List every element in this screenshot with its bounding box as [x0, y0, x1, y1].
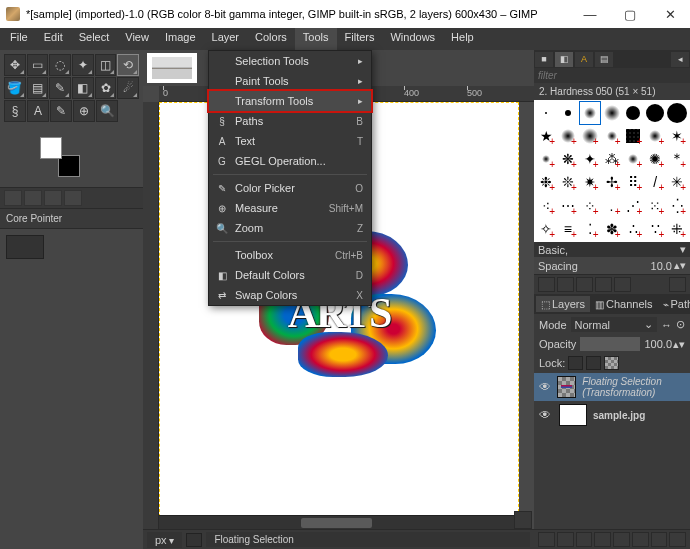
tool-free-select[interactable]: ◌: [49, 54, 71, 76]
brush-item[interactable]: ⠿+: [623, 171, 643, 193]
minimize-button[interactable]: —: [570, 0, 610, 28]
document-tab[interactable]: [147, 53, 197, 83]
lock-pixels-icon[interactable]: [568, 356, 583, 370]
tab-menu-icon[interactable]: ◂: [671, 52, 689, 67]
brush-item[interactable]: .+: [602, 195, 622, 217]
menu-windows[interactable]: Windows: [382, 28, 443, 50]
menu-gegl[interactable]: GGEGL Operation...: [209, 151, 371, 171]
brush-item[interactable]: ⁂+: [602, 148, 622, 170]
tab-channels[interactable]: ▥Channels: [590, 296, 657, 312]
device-status-tab[interactable]: [24, 190, 42, 206]
tool-eraser[interactable]: ◧: [72, 77, 94, 99]
brush-item[interactable]: +: [623, 148, 643, 170]
brush-item[interactable]: ✳+: [667, 171, 687, 193]
tool-measure[interactable]: ⊕: [73, 100, 95, 122]
brush-item[interactable]: [602, 102, 622, 124]
menu-edit[interactable]: Edit: [36, 28, 71, 50]
brush-item[interactable]: +: [536, 148, 556, 170]
menu-paint-tools[interactable]: Paint Tools▸: [209, 71, 371, 91]
brush-refresh-button[interactable]: [614, 277, 631, 292]
tool-options-tab[interactable]: [4, 190, 22, 206]
brush-item[interactable]: ⋰+: [623, 195, 643, 217]
layer-row[interactable]: 👁 sample.jpg: [534, 401, 690, 429]
tool-bucket[interactable]: 🪣: [4, 77, 26, 99]
menu-toolbox[interactable]: ToolboxCtrl+B: [209, 245, 371, 265]
brush-edit-button[interactable]: [538, 277, 555, 292]
brush-item[interactable]: ✦+: [580, 148, 600, 170]
tool-transform[interactable]: ⟲: [117, 54, 139, 76]
brush-filter-input[interactable]: [538, 70, 686, 81]
brush-item[interactable]: ✧+: [536, 218, 556, 240]
layer-group-button[interactable]: [557, 532, 574, 547]
brush-item[interactable]: ❋+: [558, 148, 578, 170]
brush-item[interactable]: ✶+: [667, 125, 687, 147]
tool-clone[interactable]: ✿: [95, 77, 117, 99]
layer-mask-button[interactable]: [651, 532, 668, 547]
layer-up-button[interactable]: [576, 532, 593, 547]
menu-default-colors[interactable]: ◧Default ColorsD: [209, 265, 371, 285]
brush-item[interactable]: ⁖+: [536, 195, 556, 217]
brush-item[interactable]: +: [623, 125, 643, 147]
brush-delete-button[interactable]: [595, 277, 612, 292]
fg-color[interactable]: [40, 137, 62, 159]
tool-crop[interactable]: ◫: [95, 54, 117, 76]
brush-item[interactable]: ⁘+: [580, 195, 600, 217]
brush-preset-selector[interactable]: Basic,▾: [534, 242, 690, 257]
menu-selection-tools[interactable]: Selection Tools▸: [209, 51, 371, 71]
brush-item[interactable]: [558, 102, 578, 124]
brush-item[interactable]: +: [558, 125, 578, 147]
brush-item[interactable]: ✷+: [580, 171, 600, 193]
menu-text[interactable]: ATextT: [209, 131, 371, 151]
brush-item[interactable]: ⋯+: [558, 195, 578, 217]
menu-paths[interactable]: §PathsB: [209, 111, 371, 131]
opacity-slider[interactable]: [580, 337, 640, 351]
navigation-button[interactable]: [514, 511, 532, 529]
layer-down-button[interactable]: [594, 532, 611, 547]
images-tab[interactable]: [64, 190, 82, 206]
tool-zoom[interactable]: 🔍: [96, 100, 118, 122]
tool-text[interactable]: A: [27, 100, 49, 122]
menu-swap-colors[interactable]: ⇄Swap ColorsX: [209, 285, 371, 305]
tool-fuzzy-select[interactable]: ✦: [72, 54, 94, 76]
history-tab-icon[interactable]: ▤: [595, 52, 613, 67]
brush-item[interactable]: ⁜+: [667, 218, 687, 240]
tool-gradient[interactable]: ▤: [27, 77, 49, 99]
brush-item[interactable]: [645, 102, 665, 124]
brush-item[interactable]: /+: [645, 171, 665, 193]
layer-duplicate-button[interactable]: [613, 532, 630, 547]
visibility-icon[interactable]: 👁: [539, 380, 551, 394]
tool-smudge[interactable]: ☄: [117, 77, 139, 99]
unit-selector[interactable]: px ▾: [147, 532, 182, 548]
layer-delete-button[interactable]: [669, 532, 686, 547]
brush-item[interactable]: [536, 102, 556, 124]
lock-alpha-icon[interactable]: [604, 356, 619, 370]
menu-color-picker[interactable]: ✎Color PickerO: [209, 178, 371, 198]
brush-item[interactable]: [623, 102, 643, 124]
brush-item[interactable]: +: [602, 125, 622, 147]
tab-paths[interactable]: ⌁Paths: [658, 296, 690, 312]
fonts-tab-icon[interactable]: A: [575, 52, 593, 67]
color-swatches[interactable]: [40, 137, 80, 177]
brush-item[interactable]: ⁚+: [580, 218, 600, 240]
brush-open-button[interactable]: [669, 277, 686, 292]
horizontal-scrollbar[interactable]: [159, 515, 514, 529]
mode-reset-icon[interactable]: ⊙: [676, 318, 685, 331]
patterns-tab-icon[interactable]: ◧: [555, 52, 573, 67]
brush-item[interactable]: ＊+: [667, 148, 687, 170]
brush-duplicate-button[interactable]: [576, 277, 593, 292]
maximize-button[interactable]: ▢: [610, 0, 650, 28]
brush-item[interactable]: +: [580, 125, 600, 147]
menu-filters[interactable]: Filters: [337, 28, 383, 50]
menu-transform-tools[interactable]: Transform Tools▸: [207, 89, 373, 113]
menu-select[interactable]: Select: [71, 28, 118, 50]
visibility-icon[interactable]: 👁: [539, 408, 553, 422]
brush-new-button[interactable]: [557, 277, 574, 292]
tool-path[interactable]: §: [4, 100, 26, 122]
brush-item[interactable]: ∴+: [623, 218, 643, 240]
brush-item[interactable]: [580, 102, 600, 124]
brush-item[interactable]: ★+: [536, 125, 556, 147]
blend-mode-select[interactable]: Normal⌄: [571, 317, 657, 332]
brush-item[interactable]: ∵+: [645, 218, 665, 240]
brush-item[interactable]: ✺+: [645, 148, 665, 170]
undo-history-tab[interactable]: [44, 190, 62, 206]
